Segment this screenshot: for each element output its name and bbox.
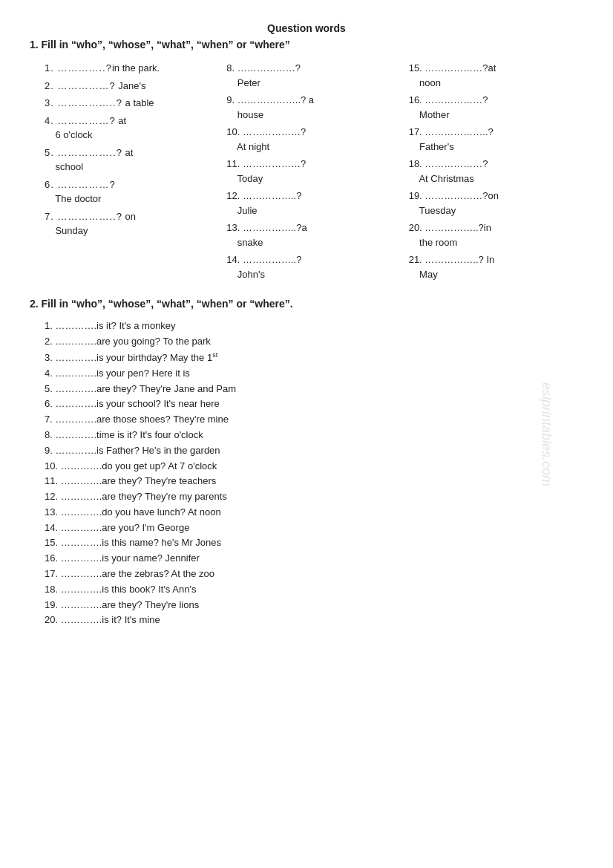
list-item-3: 3. ………….is your birthday? May the 1st [45, 350, 583, 366]
grid-item-9: 9. ………………..? a house [226, 91, 401, 123]
list-item-19: 19. ………….are they? They're lions [45, 598, 583, 613]
grid-item-12: 12. ……………..? Julie [226, 187, 401, 219]
grid-item-20: 20. ……………..?in the room [409, 219, 583, 251]
list-item-8: 8. ………….time is it? It's four o'clock [45, 428, 583, 443]
grid-item-21: 21. ……………..? In May [409, 251, 583, 283]
list-item-1: 1. ………….is it? It's a monkey [45, 319, 583, 334]
list-item-2: 2. ………….are you going? To the park [45, 334, 583, 350]
list-item-5: 5. ………….are they? They're Jane and Pam [45, 382, 583, 397]
grid-item-1: 1. …………..?in the park. [45, 59, 219, 77]
grid-item-11: 11. ………………? Today [226, 155, 401, 187]
section1-col3: 15. ………………?at noon 16. ………………? Mother 17… [409, 59, 583, 283]
list-item-12: 12. ………….are they? They're my parents [45, 489, 583, 505]
grid-item-14: 14. ……………..? John's [226, 251, 401, 283]
section2-list: 1. ………….is it? It's a monkey 2. ………….are… [45, 319, 583, 628]
section2-heading: 2. Fill in “who”, “whose”, “what”, “when… [30, 298, 583, 310]
list-item-7: 7. ………….are those shoes? They're mine [45, 412, 583, 428]
list-item-4: 4. ………….is your pen? Here it is [45, 366, 583, 382]
grid-item-4: 4. ……………? at 6 o'clock [45, 112, 219, 144]
grid-item-18: 18. ………………? At Christmas [409, 155, 583, 187]
grid-item-6: 6. ……………? The doctor [45, 176, 219, 208]
section1-heading: 1. Fill in “who”, “whose”, “what”, “when… [30, 39, 583, 50]
section1-col1: 1. …………..?in the park. 2. ……………? Jane's … [45, 59, 219, 283]
list-item-15: 15. ………….is this name? he's Mr Jones [45, 535, 583, 551]
grid-item-19: 19. ………………?on Tuesday [409, 187, 583, 219]
grid-item-15: 15. ………………?at noon [409, 59, 583, 91]
list-item-13: 13. ………….do you have lunch? At noon [45, 505, 583, 521]
list-item-14: 14. ………….are you? I'm George [45, 521, 583, 536]
section1: 1. Fill in “who”, “whose”, “what”, “when… [30, 39, 583, 283]
list-item-17: 17. ………….are the zebras? At the zoo [45, 567, 583, 582]
grid-item-7: 7. ……………..? on Sunday [45, 208, 219, 240]
list-item-11: 11. ………….are they? They're teachers [45, 474, 583, 489]
section1-col2: 8. ………………? Peter 9. ………………..? a house 10… [226, 59, 401, 283]
grid-item-5: 5. ……………..? at school [45, 144, 219, 176]
grid-item-10: 10. ………………? At night [226, 123, 401, 155]
list-item-16: 16. ………….is your name? Jennifer [45, 551, 583, 567]
grid-item-16: 16. ………………? Mother [409, 91, 583, 123]
grid-item-8: 8. ………………? Peter [226, 59, 401, 91]
list-item-6: 6. ………….is your school? It's near here [45, 397, 583, 412]
grid-item-13: 13. ……………..?a snake [226, 219, 401, 251]
section2: 2. Fill in “who”, “whose”, “what”, “when… [30, 298, 583, 628]
list-item-10: 10. ………….do you get up? At 7 o'clock [45, 459, 583, 474]
grid-item-17: 17. ………………..? Father's [409, 123, 583, 155]
section1-grid: 1. …………..?in the park. 2. ……………? Jane's … [45, 59, 583, 283]
list-item-9: 9. ………….is Father? He's in the garden [45, 443, 583, 459]
grid-item-3: 3. ……………..? a table [45, 94, 219, 112]
list-item-18: 18. ………….is this book? It's Ann's [45, 582, 583, 598]
grid-item-2: 2. ……………? Jane's [45, 77, 219, 95]
page-title: Question words [30, 22, 583, 34]
list-item-20: 20. ………….is it? It's mine [45, 613, 583, 628]
